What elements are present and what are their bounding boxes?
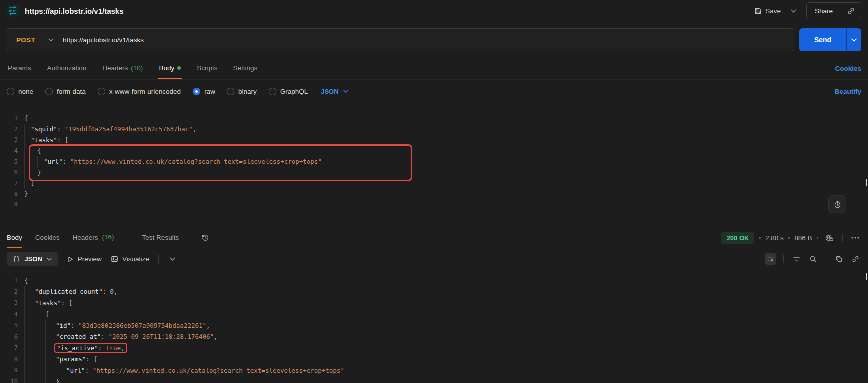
response-time[interactable]: 2.80 s xyxy=(765,234,784,242)
code-line[interactable]: 8"params": { xyxy=(0,354,868,365)
code-line[interactable]: 6} xyxy=(0,167,868,178)
share-button[interactable]: Share xyxy=(807,3,841,19)
tab-scripts[interactable]: Scripts xyxy=(196,57,218,79)
visualize-button[interactable]: Visualize xyxy=(111,255,149,263)
preview-button[interactable]: Preview xyxy=(67,255,102,263)
code-line[interactable]: 2"squid": "195ddf0a25af4994ba35162c57637… xyxy=(0,124,868,135)
indent-guide xyxy=(35,309,45,320)
code-text: } xyxy=(37,169,41,176)
response-body-editor[interactable]: 1{2"duplicated_count": 0,3"tasks": [4{5"… xyxy=(0,270,868,383)
network-info-icon[interactable] xyxy=(823,232,836,244)
code-line[interactable]: 6"created_at": "2025-09-26T11:18:28.1764… xyxy=(0,331,868,343)
line-number: 6 xyxy=(0,333,18,340)
radio-raw[interactable]: raw xyxy=(193,88,215,95)
response-tab-headers[interactable]: Headers(16) xyxy=(73,227,129,248)
send-options-chevron[interactable] xyxy=(847,28,861,51)
radio-icon xyxy=(98,88,105,95)
save-button[interactable]: Save xyxy=(754,7,781,15)
share-button-group: Share xyxy=(806,2,861,19)
indent-guide xyxy=(31,156,37,167)
indent-guide xyxy=(24,286,35,298)
line-number: 3 xyxy=(0,299,18,306)
raw-format-selector[interactable]: JSON xyxy=(321,88,348,95)
code-text: "is_active": true, xyxy=(56,344,126,352)
tab-authorization[interactable]: Authorization xyxy=(46,57,88,79)
more-options-button[interactable] xyxy=(849,235,861,241)
code-line[interactable]: 8} xyxy=(0,189,868,199)
code-line[interactable]: 10} xyxy=(0,376,868,383)
response-headers-count: (16) xyxy=(101,233,115,242)
tab-params[interactable]: Params xyxy=(7,57,32,79)
radio-graphql[interactable]: GraphQL xyxy=(269,88,308,95)
scrollbar-thumb[interactable] xyxy=(866,273,867,280)
response-tab-cookies[interactable]: Cookies xyxy=(35,227,60,248)
status-badge[interactable]: 200 OK xyxy=(721,232,755,244)
code-line[interactable]: 4{ xyxy=(0,309,868,320)
stopwatch-button[interactable] xyxy=(828,195,846,213)
indent-guide xyxy=(24,342,35,354)
method-selector[interactable]: POST xyxy=(6,36,63,44)
code-line[interactable]: 7"is_active": true, xyxy=(0,342,868,354)
copy-icon[interactable] xyxy=(833,253,845,265)
chevron-down-icon xyxy=(343,90,348,93)
line-number: 7 xyxy=(0,180,18,187)
code-line[interactable]: 9"url": "https://www.vinted.co.uk/catalo… xyxy=(0,365,868,376)
code-line[interactable]: 9 xyxy=(0,199,868,210)
filter-icon[interactable] xyxy=(791,253,802,265)
code-line[interactable]: 5"id": "83d3e802386eb507a909754bdaa22261… xyxy=(0,320,868,331)
line-number: 3 xyxy=(0,136,18,143)
code-line[interactable]: 7] xyxy=(0,178,868,189)
method-label: POST xyxy=(16,36,35,44)
request-header-bar: HTTP https://api.lobstr.io/v1/tasks Save… xyxy=(0,0,868,22)
code-line[interactable]: 2"duplicated_count": 0, xyxy=(0,286,868,298)
response-tab-test-results[interactable]: Test Results xyxy=(142,227,179,248)
indent-guide xyxy=(24,297,35,309)
indent-guide xyxy=(35,376,45,383)
indent-guide xyxy=(35,331,45,343)
dot-separator xyxy=(788,237,790,239)
radio-x-www-form-urlencoded[interactable]: x-www-form-urlencoded xyxy=(98,88,181,95)
response-tab-body[interactable]: Body xyxy=(7,227,22,248)
code-text: "params": { xyxy=(56,355,97,363)
tab-settings[interactable]: Settings xyxy=(232,57,258,79)
line-number: 4 xyxy=(0,311,18,318)
copy-link-icon[interactable] xyxy=(841,3,861,19)
svg-text:HTTP: HTTP xyxy=(9,9,17,12)
headers-count: (10) xyxy=(131,64,143,72)
search-icon[interactable] xyxy=(807,253,819,265)
scrollbar-thumb[interactable] xyxy=(866,179,867,186)
save-icon xyxy=(754,7,762,15)
code-line[interactable]: 1{ xyxy=(0,113,868,124)
response-history-button[interactable] xyxy=(199,232,211,244)
radio-binary[interactable]: binary xyxy=(227,88,257,95)
send-button[interactable]: Send xyxy=(799,28,846,51)
radio-icon xyxy=(7,88,14,95)
tab-body[interactable]: Body xyxy=(158,57,182,79)
response-format-selector[interactable]: {} JSON xyxy=(7,252,58,266)
wrap-text-button[interactable] xyxy=(765,253,776,265)
code-text: { xyxy=(24,277,28,284)
radio-icon xyxy=(227,88,234,95)
response-section: Body Cookies Headers(16) Test Results 20… xyxy=(0,227,868,383)
beautify-link[interactable]: Beautify xyxy=(835,88,861,95)
url-input[interactable] xyxy=(63,36,794,44)
indent-guide xyxy=(24,309,35,320)
line-number: 10 xyxy=(0,378,18,383)
code-line[interactable]: 4{ xyxy=(0,145,868,156)
line-number: 7 xyxy=(0,344,18,351)
code-text: "tasks": [ xyxy=(35,299,72,307)
tab-headers[interactable]: Headers(10) xyxy=(101,57,144,79)
link-icon[interactable] xyxy=(850,253,861,265)
radio-none[interactable]: none xyxy=(7,88,33,95)
cookies-link[interactable]: Cookies xyxy=(835,57,861,79)
radio-form-data[interactable]: form-data xyxy=(45,88,86,95)
save-options-chevron[interactable] xyxy=(788,7,799,15)
code-line[interactable]: 1{ xyxy=(0,275,868,286)
chevron-down-icon xyxy=(47,258,52,261)
visualize-options-chevron[interactable] xyxy=(168,255,177,263)
code-line[interactable]: 5"url": "https://www.vinted.co.uk/catalo… xyxy=(0,156,868,167)
request-body-editor[interactable]: 1{2"squid": "195ddf0a25af4994ba35162c576… xyxy=(0,109,868,219)
code-line[interactable]: 3"tasks": [ xyxy=(0,297,868,309)
code-line[interactable]: 3"tasks": [ xyxy=(0,134,868,145)
response-size[interactable]: 886 B xyxy=(794,234,812,242)
